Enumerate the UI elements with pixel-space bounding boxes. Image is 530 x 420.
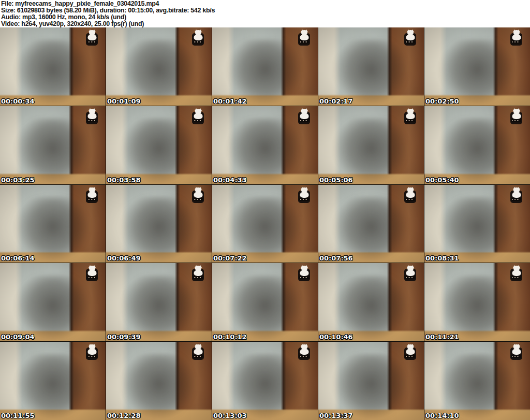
thumbnail-cell: 00:09:39 [106,263,212,341]
thumbnail-cell: 00:04:33 [212,106,318,184]
cat-logo-icon [301,187,307,193]
cat-logo-icon [301,30,307,35]
blurred-subject-shape [441,40,513,106]
cat-logo-icon [407,344,414,350]
video-info-line: Video: h264, yuv420p, 320x240, 25.00 fps… [1,21,530,27]
timestamp-overlay: 00:06:49 [107,254,141,263]
timestamp-overlay: 00:12:28 [107,412,141,420]
cat-logo-icon [407,187,414,193]
cat-logo-icon [89,344,95,350]
cat-logo-icon [513,109,520,114]
cat-logo-badge [403,266,417,281]
blurred-subject-shape [335,40,407,106]
blurred-subject-shape [123,40,195,106]
badge-text-banner [299,119,309,122]
blurred-subject-shape [441,197,513,263]
blurred-subject-shape [17,40,89,106]
cat-logo-badge [509,187,523,203]
thumbnail-cell: 00:11:21 [424,263,530,341]
cat-logo-badge [191,344,205,360]
cat-logo-icon [513,30,520,35]
badge-text-banner [87,276,97,279]
cat-logo-icon [513,266,520,271]
cat-logo-icon [513,344,520,350]
cat-logo-icon [195,266,201,271]
thumbnail-cell: 00:10:12 [212,263,318,341]
thumbnail-cell: 00:07:22 [212,185,318,263]
badge-text-banner [87,40,97,44]
badge-text-banner [511,276,521,279]
cat-logo-icon [407,109,414,114]
thumbnail-cell: 00:01:42 [212,27,318,106]
timestamp-overlay: 00:13:37 [319,412,353,420]
badge-text-banner [193,40,203,44]
cat-logo-badge [85,30,99,46]
cat-logo-badge [403,109,417,124]
thumbnail-cell: 00:03:25 [0,106,106,184]
thumbnail-cell: 00:02:50 [424,27,530,106]
badge-text-banner [511,40,521,44]
audio-info-line: Audio: mp3, 16000 Hz, mono, 24 kb/s (und… [1,14,530,21]
badge-text-banner [299,355,309,358]
badge-text-banner [193,276,203,279]
timestamp-overlay: 00:07:22 [213,254,247,263]
thumbnail-cell: 00:06:14 [0,185,106,263]
cat-logo-badge [403,30,417,46]
file-info-line: File: myfreecams_happy_pixie_female_0304… [1,1,530,7]
blurred-subject-shape [335,354,407,420]
timestamp-overlay: 00:11:55 [1,412,35,420]
cat-logo-icon [301,344,307,350]
cat-logo-icon [407,266,414,271]
blurred-subject-shape [229,276,301,342]
cat-logo-badge [191,109,205,124]
badge-text-banner [511,119,521,122]
blurred-subject-shape [335,276,407,342]
blurred-subject-shape [123,276,195,342]
cat-logo-badge [191,266,205,281]
blurred-subject-shape [123,354,195,420]
cat-logo-badge [509,344,523,360]
timestamp-overlay: 00:10:46 [319,333,353,341]
cat-logo-badge [509,109,523,124]
timestamp-overlay: 00:14:10 [425,412,459,420]
cat-logo-icon [89,187,95,193]
cat-logo-icon [89,30,95,35]
blurred-subject-shape [229,197,301,263]
thumbnail-cell: 00:08:31 [424,185,530,263]
cat-logo-icon [89,109,95,114]
cat-logo-badge [85,109,99,124]
timestamp-overlay: 00:07:56 [319,254,353,263]
badge-text-banner [299,276,309,279]
thumbnail-cell: 00:10:46 [318,263,424,341]
timestamp-overlay: 00:02:50 [425,97,459,106]
blurred-subject-shape [441,354,513,420]
blurred-subject-shape [17,197,89,263]
timestamp-overlay: 00:05:06 [319,176,353,184]
thumbnail-cell: 00:09:04 [0,263,106,341]
badge-text-banner [193,119,203,122]
cat-logo-icon [301,109,307,114]
cat-logo-icon [195,30,201,35]
badge-text-banner [405,276,415,279]
badge-text-banner [405,355,415,358]
cat-logo-badge [297,109,311,124]
blurred-subject-shape [229,354,301,420]
blurred-subject-shape [123,197,195,263]
cat-logo-icon [89,266,95,271]
timestamp-overlay: 00:03:58 [107,176,141,184]
cat-logo-icon [301,266,307,271]
badge-text-banner [87,355,97,358]
badge-text-banner [193,198,203,201]
timestamp-overlay: 00:01:42 [213,97,247,106]
timestamp-overlay: 00:06:14 [1,254,35,263]
badge-text-banner [193,355,203,358]
badge-text-banner [405,198,415,201]
blurred-subject-shape [335,119,407,184]
thumbnail-cell: 00:05:40 [424,106,530,184]
thumbnail-cell: 00:06:49 [106,185,212,263]
cat-logo-badge [297,266,311,281]
cat-logo-badge [509,30,523,46]
blurred-subject-shape [123,119,195,184]
thumbnail-grid: 00:00:34 00:01:09 00:01:42 00:02:17 00:0… [0,27,530,420]
timestamp-overlay: 00:09:39 [107,333,141,341]
